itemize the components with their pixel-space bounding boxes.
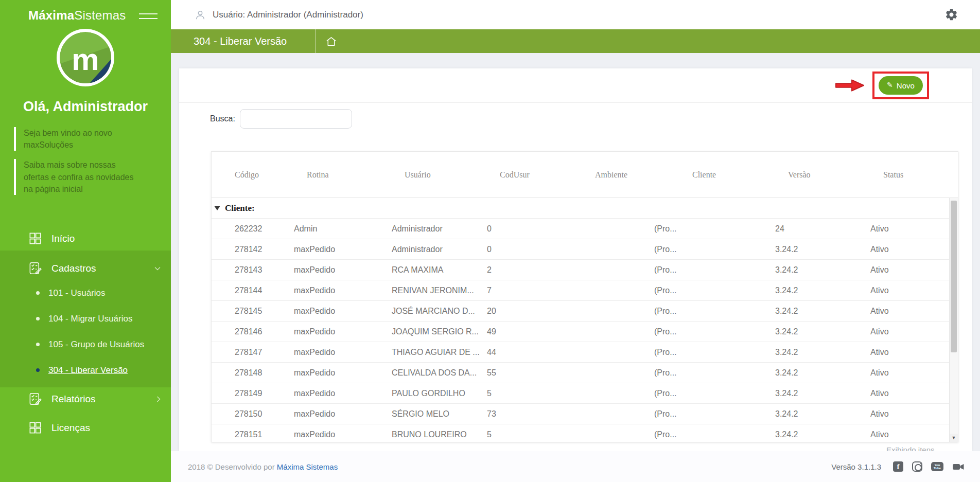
sidebar-item-104-migrar-usuarios[interactable]: 104 - Migrar Usuários (0, 306, 171, 332)
search-input[interactable] (240, 109, 352, 129)
maxima-sistemas-link[interactable]: Máxima Sistemas (277, 462, 338, 471)
column-header-rotina[interactable]: Rotina (294, 170, 392, 180)
table-row[interactable]: 278148 maxPedido CELIVALDA DOS DA... 55 … (212, 363, 958, 383)
column-header-cliente[interactable]: Cliente (654, 170, 775, 180)
cell-status: Ativo (870, 409, 958, 419)
sidebar-item-105-grupo-de-usuarios[interactable]: 105 - Grupo de Usuários (0, 332, 171, 358)
cell-rotina: maxPedido (294, 265, 392, 275)
facebook-icon[interactable]: f (893, 461, 903, 472)
column-header-versao[interactable]: Versão (775, 170, 870, 180)
table-row[interactable]: 278147 maxPedido THIAGO AGUIAR DE ... 44… (212, 342, 958, 363)
copyright-text: 2018 © Desenvolvido por Máxima Sistemas (188, 462, 338, 471)
cell-cliente: (Pro... (654, 307, 775, 316)
table-row[interactable]: 278149 maxPedido PAULO GORDILHO 5 (Pro..… (212, 383, 958, 404)
table-row[interactable]: 278146 maxPedido JOAQUIM SERGIO R... 49 … (212, 322, 958, 342)
collapse-triangle-icon[interactable] (214, 206, 220, 210)
cell-cliente: (Pro... (654, 368, 775, 378)
cell-cliente: (Pro... (654, 348, 775, 357)
cell-rotina: maxPedido (294, 389, 392, 398)
chevron-down-icon (154, 266, 161, 271)
cell-rotina: Admin (294, 224, 392, 234)
welcome-message: Seja bem vindo ao novo maxSoluções (14, 127, 143, 151)
group-row-cliente[interactable]: Cliente: (212, 198, 958, 219)
cell-codigo: 278146 (235, 327, 294, 336)
sidebar-item-inicio[interactable]: Início (0, 227, 171, 251)
cell-usuario: SÉRGIO MELO (392, 409, 487, 419)
cell-usuario: JOSÉ MARCIANO D... (392, 307, 487, 316)
cell-codigo: 278150 (235, 409, 294, 419)
table-row[interactable]: 278151 maxPedido BRUNO LOUREIRO 5 (Pro..… (212, 424, 958, 442)
novo-button[interactable]: ✎ Novo (879, 76, 923, 95)
vertical-scrollbar[interactable]: ▼ (949, 198, 958, 442)
table-row[interactable]: 278142 maxPedido Administrador 0 (Pro...… (212, 239, 958, 260)
sidebar-item-304-liberar-versao[interactable]: 304 - Liberar Versão (0, 358, 171, 383)
offers-message: Saiba mais sobre nossas ofertas e confir… (14, 159, 143, 195)
cell-usuario: CELIVALDA DOS DA... (392, 368, 487, 378)
cell-rotina: maxPedido (294, 430, 392, 439)
content-area: ✎ Novo Busca: Código Rotina Usuário CodU… (171, 53, 980, 451)
table-row[interactable]: 262232 Admin Administrador 0 (Pro... 24 … (212, 219, 958, 239)
table-row[interactable]: 278144 maxPedido RENIVAN JERONIM... 7 (P… (212, 280, 958, 301)
cell-codigo: 278142 (235, 245, 294, 254)
hamburger-menu-icon[interactable] (139, 9, 157, 23)
bullet-icon (36, 343, 40, 346)
cell-versao: 3.24.2 (775, 286, 870, 295)
annotation-box: ✎ Novo (872, 72, 929, 99)
bullet-icon (36, 291, 40, 295)
cell-codusur: 73 (487, 409, 582, 419)
cell-codigo: 278144 (235, 286, 294, 295)
table-row[interactable]: 278145 maxPedido JOSÉ MARCIANO D... 20 (… (212, 301, 958, 322)
cell-versao: 3.24.2 (775, 245, 870, 254)
svg-text:m: m (72, 42, 99, 77)
cell-codusur: 7 (487, 286, 582, 295)
cell-usuario: THIAGO AGUIAR DE ... (392, 348, 487, 357)
cell-rotina: maxPedido (294, 245, 392, 254)
column-header-codigo[interactable]: Código (235, 170, 294, 180)
cell-cliente: (Pro... (654, 389, 775, 398)
cell-codusur: 5 (487, 430, 582, 439)
cell-codigo: 278151 (235, 430, 294, 439)
cell-versao: 3.24.2 (775, 327, 870, 336)
sidebar-item-101-usuarios[interactable]: 101 - Usuários (0, 280, 171, 306)
cell-codigo: 278148 (235, 368, 294, 378)
grid-icon (28, 231, 42, 245)
cell-usuario: BRUNO LOUREIRO (392, 430, 487, 439)
cell-rotina: maxPedido (294, 348, 392, 357)
cell-rotina: maxPedido (294, 409, 392, 419)
checklist-icon (28, 392, 42, 406)
youtube-icon[interactable]: YouTube (931, 462, 943, 471)
chevron-right-icon (156, 396, 161, 402)
version-label: Versão 3.1.1.3 (831, 462, 881, 471)
column-header-ambiente[interactable]: Ambiente (582, 170, 654, 180)
sidebar-item-relatorios[interactable]: Relatórios (0, 387, 171, 411)
cell-usuario: PAULO GORDILHO (392, 389, 487, 398)
video-camera-icon[interactable] (952, 461, 965, 472)
scrollbar-thumb[interactable] (951, 201, 957, 352)
cell-codusur: 0 (487, 245, 582, 254)
column-header-usuario[interactable]: Usuário (392, 170, 487, 180)
cell-codigo: 278143 (235, 265, 294, 275)
sidebar-nav: Início Cadastros 101 - Usuários 104 - Mi… (0, 227, 171, 440)
user-label: Usuário: Administrador (Administrador) (213, 10, 363, 20)
column-header-codusur[interactable]: CodUsur (487, 170, 582, 180)
pencil-icon: ✎ (887, 81, 893, 89)
table-row[interactable]: 278143 maxPedido RCA MAXIMA 2 (Pro... 3.… (212, 260, 958, 280)
user-icon (195, 9, 206, 21)
sidebar-item-licencas[interactable]: Licenças (0, 416, 171, 440)
tab-304-liberar-versao[interactable]: 304 - Liberar Versão (171, 29, 316, 53)
instagram-icon[interactable] (912, 461, 922, 472)
bullet-icon (36, 368, 40, 372)
cell-versao: 3.24.2 (775, 389, 870, 398)
settings-button[interactable] (944, 8, 958, 22)
bullet-icon (36, 317, 40, 320)
cell-versao: 3.24.2 (775, 265, 870, 275)
cell-versao: 3.24.2 (775, 307, 870, 316)
scrollbar-down-arrow[interactable]: ▼ (950, 434, 958, 442)
cell-codusur: 5 (487, 389, 582, 398)
column-header-status[interactable]: Status (870, 170, 958, 180)
cell-rotina: maxPedido (294, 307, 392, 316)
sidebar-item-cadastros[interactable]: Cadastros (0, 257, 171, 280)
table-row[interactable]: 278150 maxPedido SÉRGIO MELO 73 (Pro... … (212, 404, 958, 424)
sidebar: MáximaSistemas m Olá, Administrador Seja… (0, 0, 171, 482)
home-button[interactable] (316, 29, 346, 53)
